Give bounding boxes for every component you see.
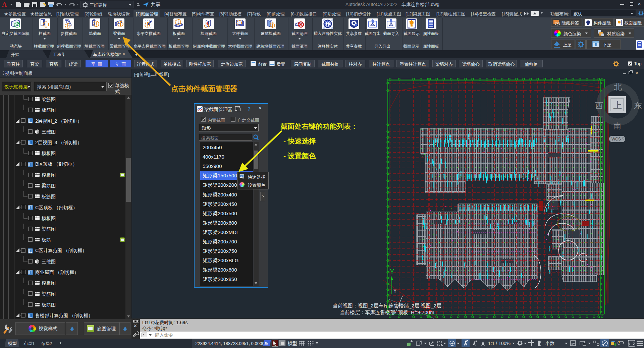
svg-text:西: 西 (595, 101, 603, 110)
svg-text:Y: Y (390, 268, 394, 275)
svg-text:Y: Y (393, 288, 397, 294)
svg-text:北: 北 (614, 82, 622, 91)
svg-text:上: 上 (613, 100, 622, 110)
svg-text:东: 东 (634, 101, 642, 110)
svg-text:WCS: WCS (611, 137, 621, 141)
svg-text:南: 南 (613, 121, 621, 130)
